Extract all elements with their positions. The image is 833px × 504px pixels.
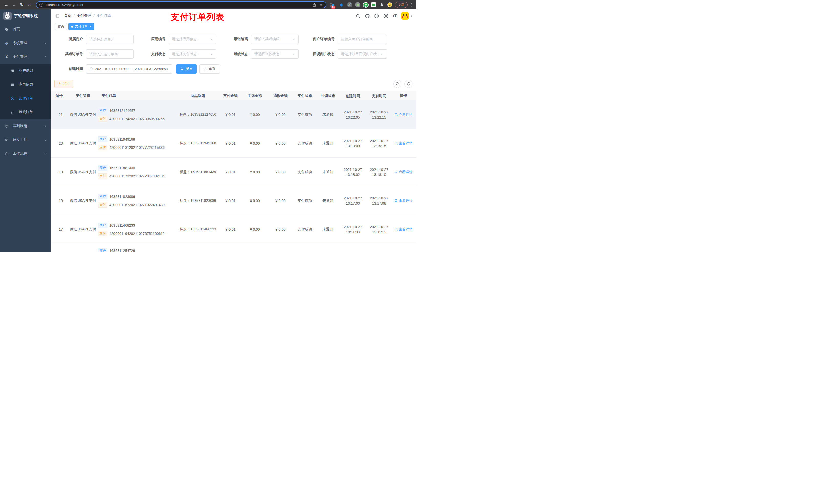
url-path: :1024/pay/order [59,3,84,7]
cell-id: 21 [51,113,68,117]
filter-row-1: 所属商户 应用编号 请选择应用信息 渠道编码 请输入渠道编码 [60,34,416,44]
extension-gem-icon[interactable]: ◆ [339,2,344,8]
breadcrumb-home[interactable]: 首页 [64,14,71,18]
extension-puzzle-icon[interactable] [379,2,384,8]
sidebar-item-label: 研发工具 [13,138,27,142]
col-title: 商品标题 [177,94,219,98]
sidebar-item-system[interactable]: ⚙ 系统管理 [0,36,51,50]
col-notify: 回调状态 [316,94,339,98]
sidebar-item-workflow[interactable]: 工作流程 [0,147,51,161]
cell-order: 商户1635311881440 支付4200001173202110272847… [98,165,177,179]
view-details-link[interactable]: 查看详情 [395,227,413,232]
sidebar-collapse-icon[interactable] [55,14,60,19]
sidebar-item-label: 支付订单 [19,96,33,101]
share-icon[interactable] [312,3,316,7]
toggle-search-button[interactable] [394,80,401,88]
help-icon[interactable] [374,14,379,19]
sidebar-item-dev-tools[interactable]: 研发工具 [0,133,51,147]
merchant-order-no-input[interactable] [338,34,387,44]
extension-command-icon[interactable]: ⌘ [347,2,353,8]
export-button[interactable]: 导出 [54,80,73,88]
browser-home-button[interactable]: ⌂ [26,2,33,8]
refund-status-select[interactable]: 请选择退款状态 [251,49,299,58]
refresh-button[interactable] [404,80,412,88]
browser-reload-button[interactable]: ↻ [19,2,25,8]
browser-back-button[interactable]: ← [3,2,10,8]
filter-label: 创建时间 [60,67,83,71]
sidebar-item-home[interactable]: 首页 [0,22,51,36]
cell-refund: ¥ 0.00 [268,141,293,145]
view-details-link[interactable]: 查看详情 [395,170,413,174]
cell-status: 支付成功 [293,170,316,174]
view-details-link[interactable]: 查看详情 [395,113,413,117]
merchant-order-no: 1635311823086 [110,195,135,199]
address-bar[interactable]: i localhost:1024/pay/order ☆ [36,1,326,8]
svg-text:¥: ¥ [12,97,13,100]
toolbox-icon [4,138,9,142]
extension-dot-icon[interactable] [355,2,360,7]
browser-forward-button[interactable]: → [11,2,18,8]
app-select[interactable]: 请选择应用信息 [169,34,216,44]
cell-paid: 2021-10-2713:11:15 [366,224,392,235]
sidebar-item-pay-order[interactable]: ¥ 支付订单 [0,91,51,105]
search-button[interactable]: 搜索 [176,64,197,73]
cell-notify: 未通知 [316,170,339,174]
pay-status-select[interactable]: 请选择支付状态 [169,49,216,58]
col-channel: 支付渠道 [68,94,98,98]
channel-order-no-input[interactable] [86,49,134,58]
view-details-link[interactable]: 查看详情 [395,141,413,146]
sidebar-item-refund-order[interactable]: 退款订单 [0,105,51,119]
browser-update-button[interactable]: 更新 [395,2,407,8]
font-size-icon[interactable]: TT [393,14,397,18]
cell-channel: 微信 JSAPI 支付 [68,113,98,117]
merchant-order-no: 1635311881440 [110,166,135,170]
extension-emoji-icon[interactable] [387,2,392,8]
cell-status: 支付成功 [293,141,316,146]
cell-action: 查看详情 [392,227,415,232]
merchant-tag: 商户 [98,222,107,228]
cell-fee: ¥ 0.00 [242,141,268,145]
tab-home[interactable]: 首页 [55,23,67,30]
notify-status-select[interactable]: 请选择订单回调商户状态 [338,49,387,58]
pay-tag: 支付 [98,173,107,179]
close-icon[interactable]: × [89,25,91,28]
cell-id: 20 [51,141,68,145]
tab-pay-order[interactable]: 支付订单 × [68,23,94,30]
bookmark-star-icon[interactable]: ☆ [319,3,323,7]
cell-action: 查看详情 [392,141,415,146]
col-refund: 退款金额 [268,94,293,98]
extension-y-icon[interactable]: y [363,2,368,8]
github-icon[interactable] [365,13,370,19]
orders-table: 编号 支付渠道 支付订单 商品标题 支付金额 手续金额 退款金额 支付状态 回调… [51,91,416,252]
view-details-link[interactable]: 查看详情 [395,198,413,203]
search-icon[interactable] [356,14,360,19]
cell-paid: 2021-10-2713:22:15 [366,110,392,120]
extension-diamond-icon[interactable]: ◆ 10 [330,2,336,8]
filter-merchant: 所属商户 [60,34,134,44]
fullscreen-icon[interactable] [383,14,388,19]
pay-tag: 支付 [98,145,107,150]
merchant-tag: 商户 [98,194,107,199]
cell-channel: 微信 JSAPI 支付 [68,227,98,232]
sidebar-item-pay[interactable]: ¥ 支付管理 [0,50,51,64]
sidebar-item-infra[interactable]: 基础设施 [0,119,51,133]
sidebar-item-app-info[interactable]: 应用信息 [0,78,51,91]
site-info-icon[interactable]: i [40,3,43,7]
app-logo-row[interactable]: 芋道管理系统 [0,9,51,22]
briefcase-icon [4,152,9,156]
merchant-input[interactable] [86,34,134,44]
extension-chat-icon[interactable] [371,2,376,7]
cell-notify: 未通知 [316,198,339,203]
col-amount: 支付金额 [219,94,242,98]
chevron-down-icon [290,52,295,55]
browser-chrome: ← → ↻ ⌂ i localhost:1024/pay/order ☆ ◆ 1… [0,0,416,9]
sidebar-item-merchant-info[interactable]: 商户信息 [0,64,51,78]
cell-notify: 未通知 [316,227,339,232]
user-menu[interactable]: ▾ [401,12,412,20]
breadcrumb-section[interactable]: 支付管理 [77,14,91,18]
browser-menu-icon[interactable]: ⋮ [410,3,413,7]
create-time-range-input[interactable]: 2021-10-01 00:00:00 - 2021-10-31 23:59:5… [86,64,172,73]
reset-button[interactable]: 重置 [199,64,220,73]
channel-code-select[interactable]: 请输入渠道编码 [251,34,299,44]
gear-icon: ⚙ [4,41,9,45]
